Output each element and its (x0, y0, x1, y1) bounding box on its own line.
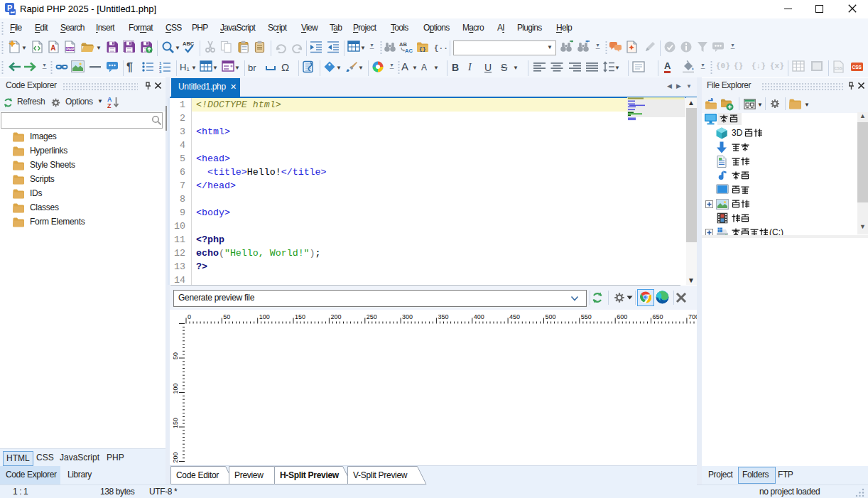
svg-text:200: 200 (172, 452, 179, 462)
svg-text:H-Split Preview: H-Split Preview (280, 470, 340, 480)
svg-text:PHP: PHP (66, 47, 75, 51)
svg-text:AB: AB (399, 41, 407, 48)
svg-text:0: 0 (188, 313, 191, 320)
svg-text:150: 150 (172, 418, 179, 428)
svg-text:450: 450 (509, 313, 520, 320)
svg-text:CSS: CSS (852, 65, 862, 70)
svg-text:350: 350 (438, 313, 448, 320)
svg-text:400: 400 (474, 313, 484, 320)
svg-text:50: 50 (223, 313, 230, 320)
svg-text:200: 200 (330, 313, 341, 320)
svg-text:3: 3 (159, 70, 162, 73)
svg-text:300: 300 (402, 313, 413, 320)
svg-text:CSS: CSS (835, 66, 843, 70)
svg-text:P: P (7, 4, 12, 12)
svg-text:A: A (50, 44, 55, 52)
svg-text:500: 500 (546, 313, 556, 320)
svg-text:600: 600 (617, 313, 627, 320)
svg-text:150: 150 (295, 313, 305, 320)
svg-text:{··}: {··} (434, 44, 448, 53)
svg-text:700: 700 (688, 313, 697, 320)
svg-text:Z: Z (107, 102, 112, 109)
svg-text:50: 50 (172, 352, 179, 359)
svg-text:100: 100 (259, 313, 270, 320)
svg-text:650: 650 (653, 313, 663, 320)
svg-text:{}: {} (419, 45, 426, 52)
svg-text:AC: AC (405, 48, 413, 53)
svg-text:550: 550 (581, 313, 592, 320)
svg-text:250: 250 (367, 313, 377, 320)
svg-text:100: 100 (172, 383, 179, 394)
svg-text:Code Editor: Code Editor (176, 470, 219, 480)
svg-text:Preview: Preview (234, 470, 264, 480)
svg-text:V-Split Preview: V-Split Preview (353, 470, 408, 480)
